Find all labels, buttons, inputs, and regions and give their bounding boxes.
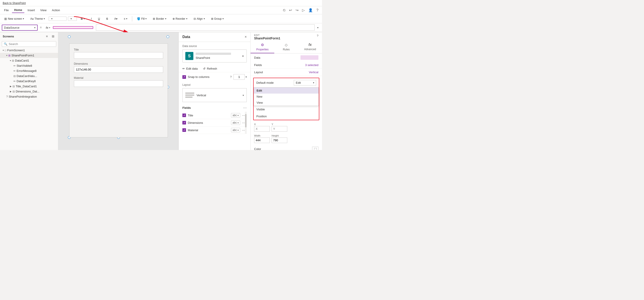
dimensions-field-group: Dimensions	[74, 62, 163, 73]
position-label: Position	[256, 115, 316, 118]
snap-help-icon[interactable]: ?	[230, 75, 232, 79]
border-button[interactable]: ⊞ Border ▾	[150, 16, 168, 21]
snap-columns-input[interactable]	[234, 74, 245, 80]
help-icon[interactable]: ?	[316, 8, 318, 12]
sp-integration-label: SharePointIntegration	[9, 95, 37, 98]
edit-data-action[interactable]: ✏ Edit data	[182, 67, 198, 70]
x-input[interactable]	[254, 126, 270, 132]
fields-more-button[interactable]: ⋯	[243, 106, 247, 110]
props-fields-value[interactable]: 3 selected	[305, 63, 318, 67]
sp-integration-icon: ?	[6, 95, 8, 98]
field-title-checkbox[interactable]: ✓	[182, 113, 186, 117]
bold-button[interactable]: B ▾	[78, 16, 87, 21]
menu-file[interactable]: File	[2, 7, 11, 13]
reorder-button[interactable]: ⊕ Reorder ▾	[170, 16, 190, 21]
menu-action[interactable]: Action	[50, 7, 62, 13]
back-to-sharepoint-link[interactable]: Back to SharePoint	[3, 1, 26, 5]
datasource-item[interactable]: S SharePoint ▾	[182, 49, 247, 62]
default-mode-select[interactable]: Edit ▾	[294, 80, 316, 85]
data-panel-close-button[interactable]: ×	[245, 35, 247, 39]
menu-view[interactable]: View	[38, 7, 49, 13]
field-dimensions-type[interactable]: abc ▾	[231, 120, 240, 125]
new-screen-button[interactable]: ⊞ New screen ▾	[2, 16, 26, 22]
theme-button[interactable]: Aa Theme ▾	[28, 16, 47, 21]
sidebar-item-dimensions-dat[interactable]: ▶ ⊟ Dimensions_Dat...	[0, 89, 58, 94]
list-view-icon[interactable]: ≡	[44, 34, 49, 38]
scrollbar-thumb[interactable]	[245, 114, 246, 127]
field-title-type[interactable]: abc ▾	[231, 113, 240, 118]
dropdown-item-view[interactable]: View	[254, 100, 319, 106]
fields-scrollbar[interactable]	[245, 112, 247, 134]
field-dimensions-checkbox[interactable]: ✓	[182, 121, 186, 124]
fx-icon: fx	[46, 26, 48, 29]
field-material-type[interactable]: abc ▾	[231, 128, 240, 132]
props-data-value[interactable]	[300, 55, 318, 60]
sidebar-item-datacardvalue[interactable]: ⊟ DataCardValu...	[0, 73, 58, 79]
sidebar-item-formscreen1[interactable]: ▾ □ FormScreen1	[0, 48, 58, 53]
font-size-dropdown[interactable]: ▾	[68, 16, 77, 21]
field-title-options[interactable]: ⋯	[242, 114, 245, 117]
group-chevron: ▾	[222, 17, 224, 20]
width-input[interactable]	[254, 137, 270, 143]
formula-name-value: DataSource	[4, 26, 20, 29]
sidebar-item-title-datacard1[interactable]: ▶ ⊟ Title_DataCard1	[0, 84, 58, 89]
color-swatch[interactable]: ⬚	[312, 147, 318, 150]
material-field-input[interactable]	[74, 80, 163, 87]
tab-properties[interactable]: ⚙ Properties	[250, 41, 274, 53]
sidebar-item-errormessage8[interactable]: ✏ ErrorMessage8	[0, 68, 58, 73]
field-material-options[interactable]: ⋯	[242, 128, 245, 132]
props-help-icon[interactable]: ?	[317, 34, 318, 37]
sidebar-item-starvisible8[interactable]: ✏ StarVisible8	[0, 63, 58, 68]
fill-button[interactable]: 🪣 Fill ▾	[134, 16, 149, 21]
redo-icon[interactable]: ↪	[296, 8, 298, 12]
field-dimensions-options[interactable]: ⋯	[242, 121, 245, 124]
formula-fx-button[interactable]: fx ▾	[44, 25, 52, 30]
strikethrough-button[interactable]: S	[104, 16, 110, 21]
snap-checkbox[interactable]: ✓	[182, 75, 186, 79]
italic-button[interactable]: I	[88, 16, 94, 21]
layout-box[interactable]: Vertical ▾	[182, 88, 247, 102]
search-box[interactable]: 🔍	[2, 41, 56, 47]
refresh-action[interactable]: ↺ Refresh	[203, 67, 217, 70]
props-layout-value[interactable]: Vertical	[309, 70, 318, 74]
dropdown-item-edit[interactable]: Edit	[254, 87, 319, 94]
font-color-icon: A▾	[114, 17, 118, 20]
menu-insert[interactable]: Insert	[25, 7, 37, 13]
tab-rules[interactable]: ◇ Rules	[274, 41, 298, 53]
field-material-checkbox[interactable]: ✓	[182, 128, 186, 132]
dimensions-field-input[interactable]	[74, 66, 163, 73]
handle-topleft[interactable]	[68, 35, 70, 38]
underline-icon: U	[98, 17, 100, 20]
align-button[interactable]: ⊟ Align ▾	[191, 16, 207, 21]
handle-topright[interactable]	[166, 35, 169, 38]
text-align-button[interactable]: ≡ ▾	[121, 16, 130, 21]
underline-button[interactable]: U	[96, 16, 102, 21]
play-icon[interactable]: ▷	[302, 8, 305, 12]
formula-name-field[interactable]: DataSource ▾	[2, 25, 38, 31]
datacardkey8-icon: ✏	[14, 80, 16, 83]
y-input[interactable]	[272, 126, 287, 132]
sidebar-item-datacardkey8[interactable]: ✏ DataCardKey8	[0, 79, 58, 84]
height-input[interactable]	[272, 137, 287, 143]
group-button[interactable]: ⊞ Group ▾	[208, 16, 226, 21]
grid-view-icon[interactable]: ⊞	[51, 34, 55, 38]
formula-value-field[interactable]	[53, 26, 93, 29]
undo-icon[interactable]: ↩	[289, 8, 292, 12]
menu-home[interactable]: Home	[12, 7, 24, 13]
sidebar-item-sharepointintegration[interactable]: ? SharePointIntegration	[0, 94, 58, 99]
dropdown-item-new[interactable]: New	[254, 94, 319, 100]
user-icon[interactable]: 👤	[308, 8, 313, 12]
title-field-input[interactable]	[74, 52, 163, 59]
props-panel-title: SharePointForm1	[254, 36, 280, 40]
bold-chevron: ▾	[84, 17, 85, 20]
search-input[interactable]	[9, 42, 54, 46]
formula-extended-bar[interactable]	[96, 24, 314, 31]
codesign-icon[interactable]: ⎋	[283, 8, 286, 12]
font-color-button[interactable]: A▾	[112, 16, 120, 21]
font-family-dropdown[interactable]: ▾	[48, 16, 66, 21]
formula-expand-chevron[interactable]: ▾	[316, 26, 320, 29]
sidebar-item-datacard1[interactable]: ▾ ⊟ DataCard1	[0, 58, 58, 63]
sidebar-item-sharepointform1[interactable]: ▾ ⊞ SharePointForm1	[0, 53, 58, 58]
tab-advanced[interactable]: fx Advanced	[298, 41, 322, 53]
align-chevron: ▾	[126, 17, 127, 20]
